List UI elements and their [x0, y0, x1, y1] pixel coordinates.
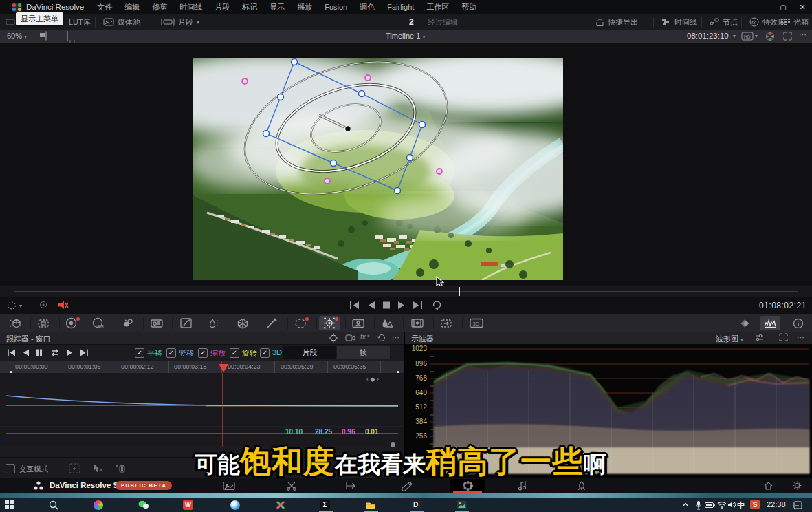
menu-workspace[interactable]: 工作区 — [420, 2, 455, 12]
scope-options-button[interactable]: ⋯ — [797, 333, 804, 342]
menu-view[interactable]: 显示 — [263, 2, 291, 12]
menu-playback[interactable]: 播放 — [291, 2, 318, 12]
stereo-3d-icon[interactable]: 3D — [466, 316, 487, 330]
colorful-x-app-icon[interactable] — [274, 499, 286, 511]
track-bidirectional-button[interactable] — [50, 348, 61, 357]
color-wheels-icon[interactable] — [61, 316, 81, 330]
app-logo-icon[interactable] — [12, 3, 22, 12]
timeline-timecode[interactable]: 08:01:23:10 — [687, 32, 729, 40]
power-window-overlay[interactable] — [193, 58, 563, 280]
keyframes-icon[interactable] — [734, 316, 755, 330]
scope-settings-icon[interactable] — [754, 333, 765, 342]
tracker-ruler[interactable]: 00:00:00:00 00:00:01:06 00:00:02:12 00:0… — [0, 361, 404, 374]
color-slice-icon[interactable] — [118, 316, 139, 330]
tab-frame[interactable]: 帧 — [337, 346, 390, 359]
scope-mode-select[interactable]: 波形图 ▾ — [716, 334, 743, 344]
davinci-taskbar-icon[interactable]: D — [410, 500, 421, 510]
unmix-icon[interactable] — [39, 301, 48, 310]
video-frame[interactable] — [193, 58, 563, 280]
browser-app-icon[interactable] — [92, 499, 104, 511]
tilt-checkbox[interactable]: ✓ — [166, 348, 176, 358]
menu-clip[interactable]: 片段 — [208, 2, 236, 12]
timeline-panel-button[interactable]: 时间线 — [661, 14, 697, 30]
tray-expand-icon[interactable] — [679, 499, 691, 511]
magic-mask-icon[interactable] — [348, 316, 369, 330]
go-to-end-button[interactable] — [413, 301, 423, 310]
search-icon[interactable] — [47, 499, 59, 511]
black-e-app-icon[interactable]: Σ — [320, 500, 330, 510]
viewer-scrub-bar[interactable] — [0, 286, 812, 297]
track-forward-to-end-button[interactable] — [80, 349, 89, 356]
menu-file[interactable]: 文件 — [91, 2, 118, 12]
scopes-icon[interactable] — [760, 316, 780, 330]
file-explorer-icon[interactable] — [365, 499, 377, 511]
track-reverse-to-start-button[interactable] — [7, 349, 16, 356]
maximize-button[interactable]: ▢ — [773, 0, 793, 14]
battery-tray-icon[interactable] — [704, 499, 716, 511]
viewer-options-button[interactable]: ⋯ — [799, 30, 806, 39]
window-outline-toggle-icon[interactable] — [7, 301, 18, 310]
step-back-button[interactable] — [367, 301, 375, 310]
tracker-reset-icon[interactable] — [377, 333, 386, 342]
go-to-start-button[interactable] — [349, 301, 360, 310]
wps-app-icon[interactable]: W — [183, 500, 193, 510]
blur-palette-icon[interactable] — [377, 316, 397, 330]
tracker-target-icon[interactable] — [329, 333, 338, 343]
home-icon[interactable] — [756, 479, 780, 492]
ime-indicator[interactable]: 中 — [737, 500, 745, 511]
sogou-ime-icon[interactable]: S — [750, 500, 760, 509]
color-match-icon[interactable] — [146, 316, 167, 330]
lut-library-button[interactable]: LUT库 — [69, 14, 91, 30]
menu-timeline[interactable]: 时间线 — [173, 2, 208, 12]
tracker-playhead-marker[interactable] — [218, 364, 229, 373]
gallery-grab-icon[interactable] — [765, 32, 775, 41]
delete-tracker-point-icon[interactable] — [114, 463, 125, 473]
camera-raw-icon[interactable] — [6, 316, 26, 330]
play-button[interactable] — [397, 301, 406, 310]
notification-center-icon[interactable] — [792, 499, 804, 511]
clip-selector-button[interactable]: 片段 ▾ — [161, 14, 199, 30]
stop-button[interactable] — [382, 301, 391, 310]
format-hd-icon[interactable]: HD — [741, 32, 754, 41]
menu-fairlight[interactable]: Fairlight — [381, 3, 420, 11]
tab-clip[interactable]: 片段 — [283, 346, 336, 359]
menu-trim[interactable]: 修剪 — [146, 2, 173, 12]
microphone-tray-icon[interactable] — [692, 499, 704, 511]
media-pool-button[interactable]: 媒体池 — [103, 14, 140, 30]
timecode-chevron-icon[interactable]: ▾ — [733, 33, 736, 39]
menu-mark[interactable]: 标记 — [236, 2, 263, 12]
format-chevron-icon[interactable]: ▾ — [755, 33, 758, 39]
lightbox-button[interactable]: 光箱 — [781, 14, 809, 30]
pause-tracking-button[interactable] — [36, 349, 43, 356]
color-warper-icon[interactable] — [232, 316, 253, 330]
menu-help[interactable]: 帮助 — [455, 2, 483, 12]
speaker-tray-icon[interactable] — [726, 499, 738, 511]
menu-color[interactable]: 调色 — [353, 2, 381, 12]
pan-checkbox[interactable]: ✓ — [135, 348, 144, 358]
app-menu[interactable]: DaVinci Resolve — [26, 3, 84, 11]
tracker-palette-icon[interactable] — [319, 316, 340, 330]
window-palette-icon[interactable] — [290, 316, 311, 330]
menu-edit[interactable]: 编辑 — [118, 2, 146, 12]
effects-library-button[interactable]: fx 特效库 — [749, 14, 785, 30]
expand-viewer-icon[interactable] — [783, 32, 792, 41]
add-tracker-point-icon[interactable] — [92, 463, 103, 473]
track-forward-button[interactable] — [66, 349, 74, 356]
sizing-icon[interactable] — [33, 316, 54, 330]
start-button[interactable] — [3, 499, 15, 511]
motion-effects-icon[interactable] — [436, 316, 457, 330]
nodes-panel-button[interactable]: 节点 — [710, 14, 738, 30]
mute-icon[interactable] — [58, 300, 69, 310]
qualifier-droplet-icon[interactable] — [204, 316, 224, 330]
curves-icon[interactable] — [175, 316, 196, 330]
wechat-app-icon[interactable] — [138, 499, 149, 511]
close-button[interactable]: ✕ — [793, 0, 812, 14]
eyedropper-icon[interactable] — [261, 316, 282, 330]
overlay-chevron-icon[interactable]: ▾ — [19, 303, 22, 309]
keyframe-nav-prev-icon[interactable]: ‹ ◆ › — [366, 376, 379, 383]
quick-export-button[interactable]: 快捷导出 — [595, 14, 638, 30]
minimize-button[interactable]: — — [754, 0, 773, 14]
settings-gear-icon[interactable] — [785, 479, 809, 492]
tracker-options-button[interactable]: ⋯ — [392, 333, 399, 342]
threed-checkbox[interactable]: ✓ — [260, 348, 270, 358]
